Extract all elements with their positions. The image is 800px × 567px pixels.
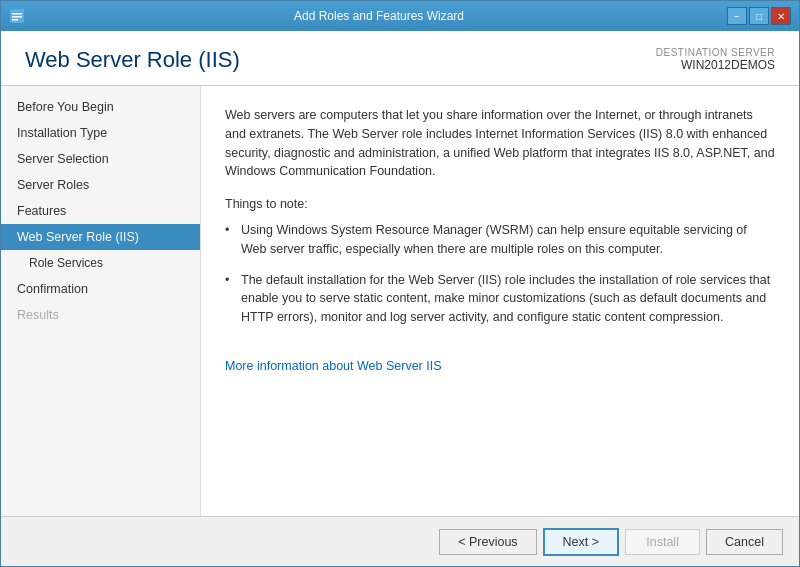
main-window: Add Roles and Features Wizard − □ ✕ Web …	[0, 0, 800, 567]
install-button[interactable]: Install	[625, 529, 700, 555]
titlebar: Add Roles and Features Wizard − □ ✕	[1, 1, 799, 31]
titlebar-title: Add Roles and Features Wizard	[31, 9, 727, 23]
titlebar-buttons: − □ ✕	[727, 7, 791, 25]
sidebar-item-installation-type[interactable]: Installation Type	[1, 120, 200, 146]
window-icon	[9, 8, 25, 24]
svg-rect-3	[12, 19, 18, 21]
destination-server-name: WIN2012DEMOS	[656, 58, 775, 72]
bullet-list: Using Windows System Resource Manager (W…	[225, 221, 775, 327]
sidebar-item-features[interactable]: Features	[1, 198, 200, 224]
sidebar-item-confirmation[interactable]: Confirmation	[1, 276, 200, 302]
previous-button[interactable]: < Previous	[439, 529, 536, 555]
bullet-item-2: The default installation for the Web Ser…	[225, 271, 775, 327]
things-to-note-label: Things to note:	[225, 197, 775, 211]
sidebar-item-role-services[interactable]: Role Services	[1, 250, 200, 276]
sidebar-item-before-you-begin[interactable]: Before You Begin	[1, 94, 200, 120]
maximize-button[interactable]: □	[749, 7, 769, 25]
more-info-link[interactable]: More information about Web Server IIS	[225, 359, 442, 373]
sidebar-item-server-roles[interactable]: Server Roles	[1, 172, 200, 198]
destination-server-info: DESTINATION SERVER WIN2012DEMOS	[656, 47, 775, 72]
footer: < Previous Next > Install Cancel	[1, 516, 799, 566]
svg-rect-1	[12, 13, 22, 15]
main-content: Before You BeginInstallation TypeServer …	[1, 86, 799, 516]
cancel-button[interactable]: Cancel	[706, 529, 783, 555]
bullet-item-1: Using Windows System Resource Manager (W…	[225, 221, 775, 259]
page-title: Web Server Role (IIS)	[25, 47, 240, 73]
destination-server-label: DESTINATION SERVER	[656, 47, 775, 58]
content-panel: Web servers are computers that let you s…	[201, 86, 799, 516]
next-button[interactable]: Next >	[543, 528, 619, 556]
sidebar: Before You BeginInstallation TypeServer …	[1, 86, 201, 516]
sidebar-item-server-selection[interactable]: Server Selection	[1, 146, 200, 172]
sidebar-item-results: Results	[1, 302, 200, 328]
close-button[interactable]: ✕	[771, 7, 791, 25]
svg-rect-2	[12, 16, 22, 18]
sidebar-item-web-server-role[interactable]: Web Server Role (IIS)	[1, 224, 200, 250]
content-description: Web servers are computers that let you s…	[225, 106, 775, 181]
page-header: Web Server Role (IIS) DESTINATION SERVER…	[1, 31, 799, 86]
minimize-button[interactable]: −	[727, 7, 747, 25]
